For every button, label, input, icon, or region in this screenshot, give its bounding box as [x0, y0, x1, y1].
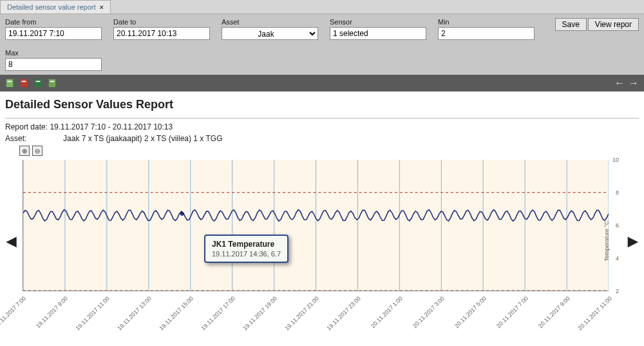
chart-prev-icon[interactable]: ◀ — [5, 233, 17, 249]
select-asset[interactable]: Jaak — [222, 27, 318, 40]
report-title: Detailed Sensor Values Report — [5, 98, 639, 111]
field-max: Max — [5, 49, 639, 71]
export-other-icon[interactable] — [48, 79, 57, 88]
y-tick: 6 — [616, 222, 619, 229]
save-button[interactable]: Save — [555, 18, 587, 31]
field-date-to: Date to — [113, 18, 210, 40]
filter-buttons: Save View repor — [555, 18, 639, 31]
zoom-out-icon[interactable]: ⊖ — [32, 146, 43, 156]
label-max: Max — [5, 49, 639, 57]
label-date-to: Date to — [113, 18, 210, 26]
y-tick: 4 — [616, 255, 619, 262]
chart[interactable]: Temperature °C JK1 Temperature 19.11.201… — [17, 157, 627, 325]
field-sensor: Sensor — [330, 18, 426, 40]
tab-detailed-report[interactable]: Detailed sensor value report × — [0, 0, 111, 14]
plot-area — [23, 160, 609, 291]
label-min: Min — [438, 18, 535, 26]
export-csv-icon[interactable] — [5, 79, 14, 88]
svg-rect-2 — [21, 79, 28, 87]
svg-rect-1 — [8, 81, 12, 82]
input-date-from[interactable] — [5, 27, 102, 40]
zoom-controls: ⊕ ⊖ — [19, 146, 639, 156]
svg-point-24 — [180, 212, 184, 216]
report-area: Detailed Sensor Values Report Report dat… — [0, 91, 644, 331]
svg-rect-3 — [22, 81, 26, 82]
field-date-from: Date from — [5, 18, 102, 40]
nav-forward-icon[interactable]: → — [629, 77, 639, 89]
zoom-in-icon[interactable]: ⊕ — [19, 146, 30, 156]
tab-bar: Detailed sensor value report × — [0, 0, 644, 14]
filter-bar: Date from Date to Asset Jaak Sensor Min … — [0, 14, 644, 75]
input-min[interactable] — [438, 27, 535, 40]
y-tick: 2 — [616, 288, 619, 294]
view-report-button[interactable]: View repor — [588, 18, 639, 31]
y-tick: 10 — [612, 157, 619, 163]
svg-rect-5 — [36, 81, 41, 82]
chart-wrap: ◀ Temperature °C JK1 Temperature 19.11.2… — [5, 157, 639, 325]
y-tick: 8 — [616, 189, 619, 196]
tab-label: Detailed sensor value report — [7, 3, 96, 11]
svg-rect-0 — [6, 79, 14, 87]
label-date-from: Date from — [5, 18, 102, 26]
input-date-to[interactable] — [113, 27, 210, 40]
export-pdf-icon[interactable] — [19, 79, 28, 88]
asset-value: Jaak 7 x TS (jaakaapit) 2 x TS (viilea) … — [63, 134, 222, 143]
label-asset: Asset — [222, 18, 318, 26]
svg-rect-6 — [49, 79, 56, 87]
report-date-line: Report date: 19.11.2017 7:10 - 20.11.201… — [5, 122, 639, 131]
chart-next-icon[interactable]: ▶ — [627, 233, 639, 249]
label-sensor: Sensor — [330, 18, 426, 26]
report-toolbar: ← → — [0, 75, 644, 91]
input-sensor[interactable] — [330, 27, 426, 40]
svg-rect-4 — [35, 79, 42, 87]
nav-back-icon[interactable]: ← — [614, 77, 625, 89]
close-icon[interactable]: × — [100, 3, 104, 11]
report-asset-line: Asset: Jaak 7 x TS (jaakaapit) 2 x TS (v… — [5, 134, 639, 143]
y-axis-label: Temperature °C — [603, 220, 609, 261]
export-xls-icon[interactable] — [33, 79, 43, 88]
field-asset: Asset Jaak — [222, 18, 318, 40]
input-max[interactable] — [5, 58, 102, 71]
asset-label: Asset: — [5, 134, 26, 143]
field-min: Min — [438, 18, 535, 40]
